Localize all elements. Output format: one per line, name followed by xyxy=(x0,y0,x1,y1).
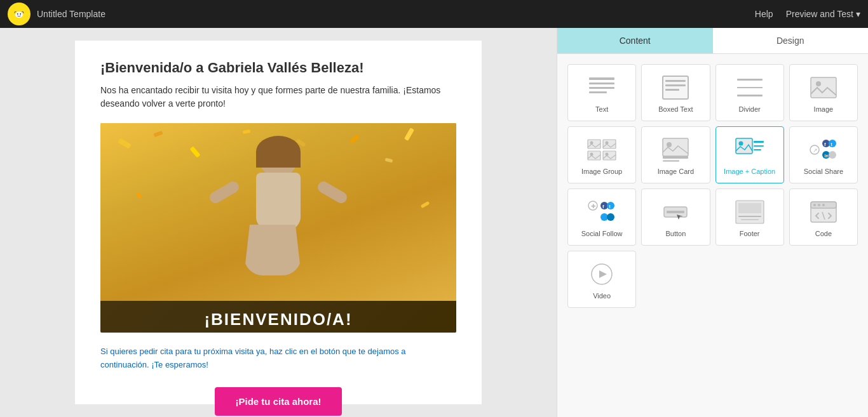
tab-design[interactable]: Design xyxy=(713,28,869,53)
svg-point-26 xyxy=(667,142,672,147)
svg-point-60 xyxy=(813,204,816,206)
svg-rect-31 xyxy=(754,141,764,143)
email-image: ¡BIENVENIDO/A! xyxy=(100,123,456,333)
block-social-follow[interactable]: ✚ f t Social Follow xyxy=(567,189,636,246)
block-image-group[interactable]: Image Group xyxy=(567,126,636,183)
block-text-label: Text xyxy=(595,105,608,113)
svg-point-30 xyxy=(738,142,743,146)
woman-figure xyxy=(221,136,336,301)
svg-rect-15 xyxy=(811,77,836,98)
svg-rect-23 xyxy=(603,151,616,160)
email-content: ¡Bienvenida/o a Gabriela Vallés Belleza!… xyxy=(75,41,482,404)
svg-text:in: in xyxy=(824,154,828,158)
svg-rect-27 xyxy=(663,156,688,159)
svg-point-3 xyxy=(20,13,21,15)
block-text[interactable]: Text xyxy=(567,64,636,121)
svg-rect-33 xyxy=(754,149,761,150)
email-image-bg xyxy=(100,123,456,301)
svg-rect-29 xyxy=(736,138,752,154)
block-boxed-text-label: Boxed Text xyxy=(658,105,693,113)
help-link[interactable]: Help xyxy=(755,9,773,19)
svg-rect-12 xyxy=(737,79,763,81)
block-image[interactable]: Image xyxy=(789,64,858,121)
svg-point-1 xyxy=(15,11,23,18)
svg-rect-56 xyxy=(741,219,759,220)
block-code[interactable]: Code xyxy=(789,189,858,246)
svg-point-38 xyxy=(829,140,836,147)
svg-text:✚: ✚ xyxy=(591,203,596,209)
svg-rect-14 xyxy=(737,95,763,96)
blocks-grid: Text Boxed Text xyxy=(567,64,858,308)
right-panel: Content Design Text xyxy=(557,28,868,417)
svg-rect-52 xyxy=(667,211,684,213)
block-divider[interactable]: Divider xyxy=(715,64,784,121)
block-footer[interactable]: Footer xyxy=(715,189,784,246)
svg-point-2 xyxy=(17,13,18,15)
svg-rect-10 xyxy=(665,84,686,86)
svg-marker-65 xyxy=(599,270,607,278)
cta-button[interactable]: ¡Pide tu cita ahora! xyxy=(215,387,342,416)
tab-content[interactable]: Content xyxy=(557,28,713,53)
panel-tabs: Content Design xyxy=(557,28,868,54)
svg-rect-6 xyxy=(589,87,614,89)
mailchimp-logo xyxy=(8,3,31,25)
template-title: Untitled Template xyxy=(37,9,105,19)
block-button-label: Button xyxy=(665,230,686,237)
main-container: ¡Bienvenida/o a Gabriela Vallés Belleza!… xyxy=(0,28,868,417)
email-preview-area[interactable]: ¡Bienvenida/o a Gabriela Vallés Belleza!… xyxy=(0,28,557,417)
block-social-share-label: Social Share xyxy=(804,168,843,175)
block-boxed-text[interactable]: Boxed Text xyxy=(641,64,710,121)
svg-text:f: f xyxy=(824,142,826,147)
svg-rect-21 xyxy=(588,151,600,160)
svg-rect-8 xyxy=(663,76,688,99)
svg-point-42 xyxy=(829,151,836,159)
block-image-caption-label: Image + Caption xyxy=(724,168,775,175)
svg-rect-57 xyxy=(738,203,761,213)
block-image-card[interactable]: Image Card xyxy=(641,126,710,183)
block-image-group-label: Image Group xyxy=(581,168,622,175)
block-social-follow-label: Social Follow xyxy=(581,230,623,237)
svg-rect-25 xyxy=(663,138,688,156)
svg-text:f: f xyxy=(602,204,604,209)
block-code-label: Code xyxy=(815,230,832,237)
nav-left: Untitled Template xyxy=(8,3,105,25)
svg-rect-55 xyxy=(738,216,761,217)
svg-rect-17 xyxy=(588,140,600,149)
chevron-down-icon: ▾ xyxy=(856,9,860,19)
block-video-label: Video xyxy=(593,292,611,300)
block-image-label: Image xyxy=(814,105,834,113)
svg-point-47 xyxy=(607,202,614,209)
svg-point-50 xyxy=(607,213,614,221)
svg-point-62 xyxy=(822,204,825,206)
svg-rect-28 xyxy=(663,160,679,162)
svg-rect-7 xyxy=(589,91,607,93)
panel-content: Text Boxed Text xyxy=(557,54,868,417)
block-divider-label: Divider xyxy=(739,105,761,113)
svg-point-61 xyxy=(818,204,820,206)
svg-point-16 xyxy=(816,81,821,86)
svg-rect-4 xyxy=(589,77,614,80)
svg-rect-5 xyxy=(589,83,614,84)
block-image-card-label: Image Card xyxy=(658,168,694,175)
svg-text:↗: ↗ xyxy=(813,147,818,154)
svg-rect-9 xyxy=(665,80,686,82)
email-subtitle: Nos ha encantado recibir tu visita hoy y… xyxy=(100,84,456,110)
email-title: ¡Bienvenida/o a Gabriela Vallés Belleza! xyxy=(100,60,456,76)
block-video[interactable]: Video xyxy=(567,251,636,308)
block-social-share[interactable]: ↗ f t in Social Share xyxy=(789,126,858,183)
top-navigation: Untitled Template Help Preview and Test … xyxy=(0,0,868,28)
svg-rect-19 xyxy=(603,140,616,149)
svg-rect-32 xyxy=(754,145,764,147)
preview-and-test-button[interactable]: Preview and Test ▾ xyxy=(786,9,860,19)
block-footer-label: Footer xyxy=(740,230,760,237)
nav-right: Help Preview and Test ▾ xyxy=(755,9,860,19)
image-banner: ¡BIENVENIDO/A! xyxy=(100,301,456,333)
block-button[interactable]: Button xyxy=(641,189,710,246)
svg-rect-11 xyxy=(665,89,679,91)
block-image-caption[interactable]: Image + Caption xyxy=(715,126,784,183)
email-body-text: Si quieres pedir cita para tu próxima vi… xyxy=(100,345,456,372)
